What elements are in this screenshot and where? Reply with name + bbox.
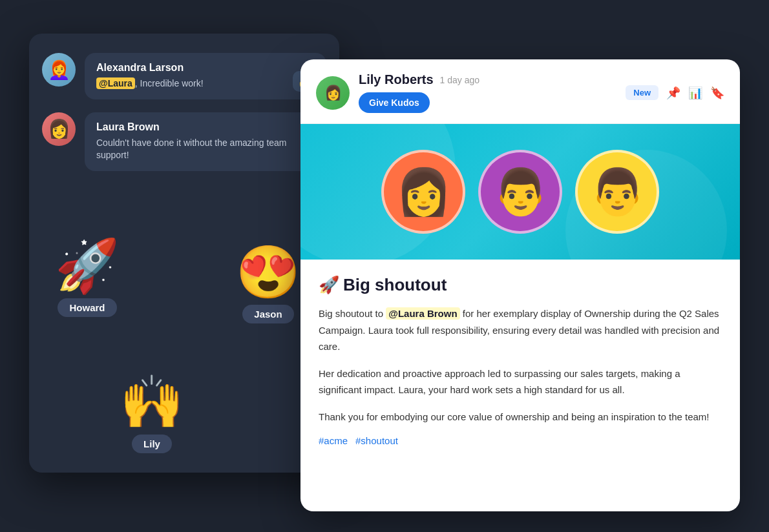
tags-row: #acme #shoutout xyxy=(319,435,722,446)
floating-area: 🚀 Howard 😍 Jason 🙌 Lily xyxy=(29,234,339,453)
shoutout-para-2: Her dedication and proactive approach le… xyxy=(319,365,722,398)
float-label-howard: Howard xyxy=(58,298,116,317)
new-badge: New xyxy=(626,85,658,100)
chat-panel: 👩‍🦰 Alexandra Larson @Laura, Incredible … xyxy=(29,34,339,473)
tag-acme[interactable]: #acme xyxy=(319,435,348,446)
chart-icon[interactable]: 📊 xyxy=(688,86,702,100)
message-block-laura: 👩 Laura Brown Couldn't have done it with… xyxy=(42,112,326,171)
main-wrapper: 👩‍🦰 Alexandra Larson @Laura, Incredible … xyxy=(29,34,740,498)
card-content: 🚀Big shoutout Big shoutout to @Laura Bro… xyxy=(300,260,740,462)
banner-image: 👩 👨 👨 xyxy=(300,124,740,260)
message-block-alexandra: 👩‍🦰 Alexandra Larson @Laura, Incredible … xyxy=(42,53,326,99)
pin-icon[interactable]: 📌 xyxy=(666,86,680,100)
mention-laura-brown: @Laura Brown xyxy=(386,307,459,320)
shoutout-title: 🚀Big shoutout xyxy=(319,275,722,295)
sender-name-alexandra: Alexandra Larson xyxy=(96,62,315,74)
banner-person-2: 👨 xyxy=(478,150,562,234)
clapping-emoji-lily: 🙌 xyxy=(120,376,184,428)
tag-shoutout[interactable]: #shoutout xyxy=(355,435,398,446)
heart-eyes-emoji-jason: 😍 xyxy=(236,247,300,298)
avatar-laura: 👩 xyxy=(42,112,76,146)
name-time-row: Lily Roberts 1 day ago xyxy=(359,72,616,87)
float-person-jason: 😍 Jason xyxy=(236,247,300,323)
message-text-laura: Couldn't have done it without the amazin… xyxy=(96,137,315,162)
mention-laura: @Laura xyxy=(96,77,135,89)
poster-avatar: 👩 xyxy=(316,76,350,110)
give-kudos-button[interactable]: Give Kudos xyxy=(359,92,430,113)
poster-info: Lily Roberts 1 day ago Give Kudos xyxy=(359,72,616,113)
bookmark-icon[interactable]: 🔖 xyxy=(710,86,724,100)
rocket-emoji-howard: 🚀 xyxy=(55,240,120,292)
poster-name: Lily Roberts xyxy=(359,72,434,87)
float-person-howard: 🚀 Howard xyxy=(55,240,120,317)
float-label-lily: Lily xyxy=(132,435,172,453)
sender-name-laura: Laura Brown xyxy=(96,121,315,133)
message-text-alexandra: @Laura, Incredible work! xyxy=(96,77,315,90)
float-label-jason: Jason xyxy=(242,305,293,323)
post-time: 1 day ago xyxy=(440,75,480,85)
card-panel: 👩 Lily Roberts 1 day ago Give Kudos New … xyxy=(300,59,740,511)
rocket-title-emoji: 🚀 xyxy=(319,275,339,294)
bubble-alexandra: Alexandra Larson @Laura, Incredible work… xyxy=(85,53,326,99)
banner-person-3: 👨 xyxy=(575,150,659,234)
banner-person-1: 👩 xyxy=(381,150,465,234)
float-person-lily: 🙌 Lily xyxy=(120,376,184,453)
header-actions: New 📌 📊 🔖 xyxy=(626,85,724,100)
card-header: 👩 Lily Roberts 1 day ago Give Kudos New … xyxy=(300,59,740,124)
shoutout-para-3: Thank you for embodying our core value o… xyxy=(319,409,722,425)
shoutout-para-1: Big shoutout to @Laura Brown for her exe… xyxy=(319,305,722,355)
bubble-laura: Laura Brown Couldn't have done it withou… xyxy=(85,112,326,171)
avatar-alexandra: 👩‍🦰 xyxy=(42,53,76,87)
